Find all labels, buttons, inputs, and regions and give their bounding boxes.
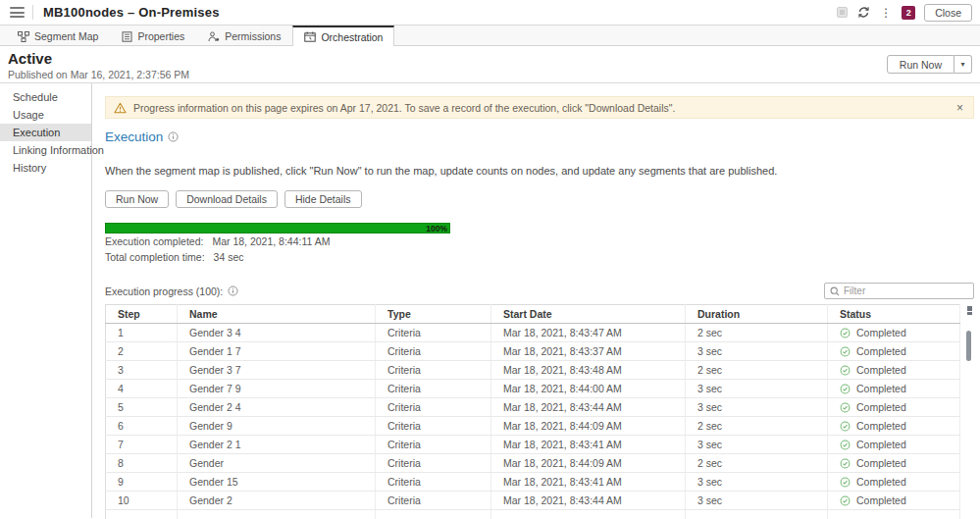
sidebar-item-execution[interactable]: Execution — [0, 124, 91, 141]
status-cell: Completed — [828, 361, 960, 380]
completed-icon — [840, 495, 851, 506]
table-cell: Criteria — [376, 417, 491, 436]
refresh-icon[interactable] — [857, 6, 870, 19]
completed-icon — [840, 458, 851, 469]
table-cell: Gender 3 7 — [178, 361, 376, 380]
completed-icon — [840, 440, 851, 450]
tab-properties[interactable]: Properties — [110, 26, 196, 46]
table-row[interactable]: 9Gender 15CriteriaMar 18, 2021, 8:43:41 … — [106, 473, 960, 492]
notifications-badge[interactable]: 2 — [902, 6, 915, 20]
status-cell: Completed — [828, 324, 960, 342]
tab-label: Segment Map — [34, 30, 98, 42]
execution-table: Step Name Type Start Date Duration Statu… — [105, 304, 960, 519]
tab-segment-map[interactable]: Segment Map — [6, 26, 110, 46]
table-cell: Criteria — [376, 436, 491, 454]
run-now-button[interactable]: Run Now — [105, 190, 169, 208]
table-cell: Gender 7 9 — [178, 380, 376, 398]
run-now-dropdown-arrow[interactable]: ▾ — [954, 55, 972, 74]
progress-heading: Execution progress (100): — [105, 285, 223, 297]
download-details-button[interactable]: Download Details — [176, 190, 278, 208]
status-cell: Completed — [828, 454, 960, 473]
column-header-type[interactable]: Type — [376, 305, 491, 324]
table-cell: Mar 18, 2021, 8:44:09 AM — [491, 417, 686, 436]
orchestration-icon — [304, 31, 316, 42]
publish-status: Active — [8, 50, 972, 68]
progress-percent: 100% — [426, 224, 447, 234]
table-cell — [828, 510, 960, 519]
table-options-icon[interactable] — [967, 306, 972, 315]
warning-text: Progress information on this page expire… — [133, 102, 675, 114]
completed-icon — [840, 477, 851, 488]
table-row[interactable]: 7Gender 2 1CriteriaMar 18, 2021, 8:43:41… — [106, 436, 960, 454]
completed-value: Mar 18, 2021, 8:44:11 AM — [212, 235, 330, 247]
execution-table-zone: Step Name Type Start Date Duration Statu… — [105, 304, 974, 519]
table-cell — [178, 510, 376, 519]
completed-icon — [840, 402, 851, 413]
table-cell: Mar 18, 2021, 8:43:41 AM — [491, 473, 686, 492]
table-cell: 3 sec — [686, 473, 828, 492]
sidebar-item-schedule[interactable]: Schedule — [0, 88, 91, 106]
table-row[interactable]: 4Gender 7 9CriteriaMar 18, 2021, 8:44:00… — [106, 380, 960, 398]
column-header-step[interactable]: Step — [106, 305, 178, 324]
sidebar-item-linking-information[interactable]: Linking Information — [0, 141, 91, 159]
table-cell: Gender 2 4 — [178, 398, 376, 417]
run-now-button-top[interactable]: Run Now — [887, 55, 954, 74]
table-row[interactable]: 10Gender 2CriteriaMar 18, 2021, 8:43:44 … — [106, 492, 960, 510]
table-cell — [376, 510, 491, 519]
hide-details-button[interactable]: Hide Details — [284, 190, 362, 208]
table-cell: Mar 18, 2021, 8:43:41 AM — [491, 436, 686, 454]
main-content: Progress information on this page expire… — [92, 83, 980, 518]
filter-input[interactable] — [844, 285, 973, 296]
status-cell: Completed — [828, 436, 960, 454]
column-header-name[interactable]: Name — [178, 305, 376, 324]
banner-close-icon[interactable]: × — [954, 102, 965, 114]
tab-label: Properties — [137, 30, 184, 42]
table-cell: Criteria — [376, 492, 491, 510]
side-navigation: Schedule Usage Execution Linking Informa… — [0, 83, 92, 518]
table-cell: Criteria — [376, 324, 491, 342]
column-header-status[interactable]: Status — [828, 305, 960, 324]
sidebar-item-usage[interactable]: Usage — [0, 106, 91, 124]
close-button[interactable]: Close — [924, 4, 972, 22]
table-row[interactable]: 1Gender 3 4CriteriaMar 18, 2021, 8:43:47… — [106, 324, 960, 342]
status-cell: Completed — [828, 473, 960, 492]
status-text: Completed — [856, 364, 906, 376]
tab-orchestration[interactable]: Orchestration — [292, 26, 394, 46]
status-cell: Completed — [828, 417, 960, 436]
permissions-icon — [208, 31, 220, 42]
info-icon[interactable] — [228, 285, 238, 296]
table-scrollbar-thumb[interactable] — [966, 331, 971, 361]
table-row[interactable]: 6Gender 9CriteriaMar 18, 2021, 8:44:09 A… — [106, 417, 960, 436]
status-text: Completed — [856, 401, 906, 413]
status-strip: Active Published on Mar 16, 2021, 2:37:5… — [0, 46, 980, 83]
table-cell: Mar 18, 2021, 8:43:37 AM — [491, 342, 686, 361]
status-text: Completed — [856, 457, 906, 469]
status-text: Completed — [856, 327, 906, 338]
table-cell: 2 sec — [686, 454, 828, 473]
table-cell: 7 — [106, 436, 178, 454]
properties-icon — [122, 31, 132, 42]
table-row[interactable]: 2Gender 1 7CriteriaMar 18, 2021, 8:43:37… — [106, 342, 960, 361]
sidebar-item-history[interactable]: History — [0, 159, 91, 177]
table-cell: 3 sec — [686, 342, 828, 361]
app-window-icon — [836, 6, 849, 19]
hamburger-menu-icon[interactable] — [10, 7, 25, 18]
published-date: Published on Mar 16, 2021, 2:37:56 PM — [8, 69, 972, 80]
page-title: MB100nodes – On-Premises — [43, 5, 220, 20]
table-row[interactable]: 5Gender 2 4CriteriaMar 18, 2021, 8:43:44… — [106, 398, 960, 417]
tab-permissions[interactable]: Permissions — [196, 26, 292, 46]
column-header-start-date[interactable]: Start Date — [491, 305, 686, 324]
titlebar: MB100nodes – On-Premises ⋮ 2 Close — [0, 0, 980, 26]
completed-icon — [840, 346, 851, 357]
table-cell: Mar 18, 2021, 8:43:44 AM — [491, 398, 686, 417]
table-cell: 3 — [106, 361, 178, 380]
column-header-duration[interactable]: Duration — [686, 305, 828, 324]
table-row[interactable]: 8GenderCriteriaMar 18, 2021, 8:44:09 AM2… — [106, 454, 960, 473]
table-row[interactable]: 3Gender 3 7CriteriaMar 18, 2021, 8:43:48… — [106, 361, 960, 380]
status-text: Completed — [856, 476, 906, 488]
kebab-menu-icon[interactable]: ⋮ — [879, 7, 893, 19]
info-icon[interactable] — [168, 131, 179, 142]
table-cell: 2 sec — [686, 324, 828, 342]
table-cell: 8 — [106, 454, 178, 473]
status-text: Completed — [856, 420, 906, 432]
